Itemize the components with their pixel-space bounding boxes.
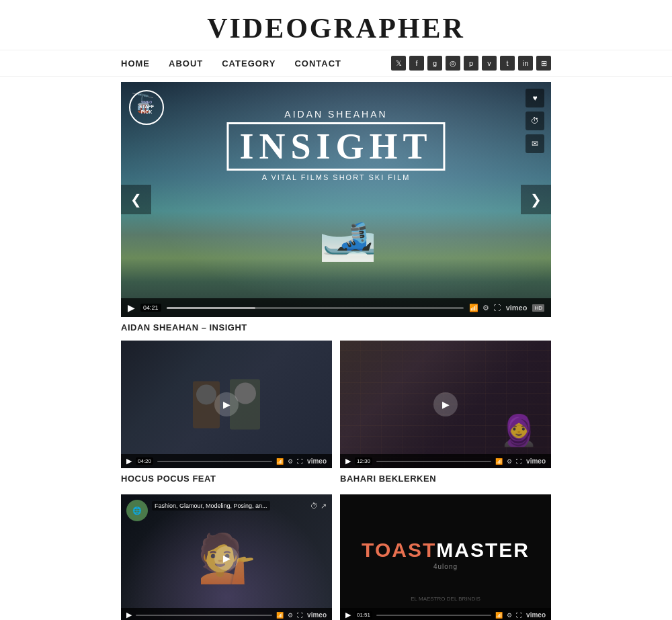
instagram-icon[interactable]: ◎ [446,56,460,71]
toast-text-1: TOAST [362,539,436,561]
video-thumb-1[interactable]: ▶ ▶ 04:20 📶 ⚙ ⛶ vimeo [121,341,332,468]
share-icon[interactable]: ↗ [321,502,327,511]
progress-bar-2[interactable] [376,461,491,462]
video-controls-bar: ▶ 04:21 📶 ⚙ ⛶ vimeo HD [121,298,551,317]
director-name: AIDAN SHEAHAN [226,109,445,120]
film-title: INSIGHT [226,122,445,171]
featured-video: 🚡 🎿 vimeo STAFF PICK AIDAN SHEAHAN INSIG… [121,82,551,335]
video-card-2: 🧕 ▶ ▶ 12:30 📶 ⚙ ⛶ vimeo BAHARI BEKLERKEN [340,341,551,486]
fullscreen-2[interactable]: ⛶ [516,458,522,465]
nav-category[interactable]: CATEGORY [222,58,276,69]
fullscreen-3[interactable]: ⛶ [297,612,303,619]
nav-links: HOME ABOUT CATEGORY CONTACT [121,58,341,69]
featured-caption: AIDAN SHEAHAN – INSIGHT [121,317,551,335]
facebook-icon[interactable]: f [409,56,424,71]
site-header: VIDEOGRAPHER [0,0,672,50]
vimeo-logo-1: vimeo [307,457,327,465]
site-title: VIDEOGRAPHER [0,12,672,44]
settings-3[interactable]: ⚙ [288,612,293,619]
video-controls-4: ▶ 01:51 📶 ⚙ ⛶ vimeo [340,608,551,620]
globe-icon: 🌐 [126,500,148,521]
like-button[interactable]: ♥ [526,89,544,107]
progress-bar[interactable] [167,307,464,309]
control-icons: 📶 ⚙ ⛶ [469,304,501,312]
video-controls-1: ▶ 04:20 📶 ⚙ ⛶ vimeo [121,454,332,468]
main-content: 🚡 🎿 vimeo STAFF PICK AIDAN SHEAHAN INSIG… [0,82,672,620]
video-thumb-3[interactable]: 💁 🌐 Fashion, Glamour, Modeling, Posing, … [121,494,332,620]
video-title-overlay: AIDAN SHEAHAN INSIGHT A VITAL FILMS SHOR… [226,109,445,181]
film-subtitle: A VITAL FILMS SHORT SKI FILM [226,173,445,181]
time-badge-1: 04:20 [136,457,153,465]
progress-bar-4[interactable] [376,615,491,616]
play-btn-3[interactable]: ▶ [126,611,132,619]
video-controls-2: ▶ 12:30 📶 ⚙ ⛶ vimeo [340,454,551,468]
settings-1[interactable]: ⚙ [288,458,293,465]
caption-2: BAHARI BEKLERKEN [340,468,551,486]
caption-1: HOCUS POCUS FEAT [121,468,332,486]
next-button[interactable]: ❯ [521,185,551,214]
play-button[interactable]: ▶ [128,302,135,313]
rss-icon[interactable]: ⊞ [536,56,551,71]
vimeo-logo-3: vimeo [307,611,327,619]
video-thumb-4[interactable]: TOASTMASTER 4ulong EL MAESTRO DEL BRINDI… [340,494,551,620]
featured-video-wrapper[interactable]: 🚡 🎿 vimeo STAFF PICK AIDAN SHEAHAN INSIG… [121,82,551,317]
video-title-text: Fashion, Glamour, Modeling, Posing, an..… [152,501,270,511]
volume-2[interactable]: 📶 [495,458,503,465]
play-btn-2[interactable]: ▶ [345,457,351,466]
volume-1[interactable]: 📶 [276,458,284,465]
time-badge: 04:21 [140,304,161,312]
vimeo-actions: ♥ ⏱ ✉ [526,89,544,153]
watchlater-button[interactable]: ⏱ [526,112,544,130]
vimeo-icon[interactable]: v [482,56,497,71]
video-overlay: vimeo STAFF PICK AIDAN SHEAHAN INSIGHT A… [121,82,551,317]
toast-subtitle: 4ulong [362,563,530,570]
play-btn-4[interactable]: ▶ [345,611,351,619]
video-card-1: ▶ ▶ 04:20 📶 ⚙ ⛶ vimeo HOCUS POCUS FEAT [121,341,332,486]
settings-4[interactable]: ⚙ [507,612,512,619]
volume-icon[interactable]: 📶 [469,304,478,312]
play-overlay-2[interactable]: ▶ [433,392,458,416]
time-badge-2: 12:30 [355,457,372,465]
vimeo-logo-2: vimeo [526,457,546,465]
prev-button[interactable]: ❮ [121,185,151,214]
volume-4[interactable]: 📶 [495,612,503,619]
el-maestro-text: EL MAESTRO DEL BRINDIS [411,596,480,602]
main-nav: HOME ABOUT CATEGORY CONTACT 𝕏 f g ◎ p v … [0,50,672,77]
nav-about[interactable]: ABOUT [169,58,203,69]
progress-bar-3[interactable] [136,615,272,616]
tumblr-icon[interactable]: t [500,56,515,71]
settings-2[interactable]: ⚙ [507,458,512,465]
vimeo-logo: vimeo [506,304,528,312]
video-card-4: TOASTMASTER 4ulong EL MAESTRO DEL BRINDI… [340,494,551,620]
twitter-icon[interactable]: 𝕏 [391,56,406,71]
master-text: MASTER [436,539,530,561]
settings-icon[interactable]: ⚙ [482,304,489,312]
fullscreen-icon[interactable]: ⛶ [493,304,501,312]
googleplus-icon[interactable]: g [427,56,442,71]
share-button[interactable]: ✉ [526,134,544,153]
progress-fill [167,307,256,309]
video-controls-3: ▶ 📶 ⚙ ⛶ vimeo [121,608,332,620]
volume-3[interactable]: 📶 [276,612,284,619]
time-badge-4: 01:51 [355,611,372,619]
vimeo-logo-4: vimeo [526,611,546,619]
play-overlay-1[interactable]: ▶ [214,392,239,416]
clock-icon[interactable]: ⏱ [310,502,318,511]
toastmaster-title-area: TOASTMASTER 4ulong [362,540,530,570]
play-btn-1[interactable]: ▶ [126,457,132,466]
nav-contact[interactable]: CONTACT [294,58,341,69]
social-icons: 𝕏 f g ◎ p v t in ⊞ [391,56,551,71]
video-thumb-2[interactable]: 🧕 ▶ ▶ 12:30 📶 ⚙ ⛶ vimeo [340,341,551,468]
staff-pick-badge: vimeo STAFF PICK [129,90,164,125]
progress-bar-1[interactable] [157,461,272,462]
fullscreen-4[interactable]: ⛶ [516,612,522,619]
linkedin-icon[interactable]: in [518,56,533,71]
video-card-3: 💁 🌐 Fashion, Glamour, Modeling, Posing, … [121,494,332,620]
nav-home[interactable]: HOME [121,58,150,69]
hd-badge: HD [532,304,544,312]
pinterest-icon[interactable]: p [464,56,478,71]
play-overlay-3[interactable]: ▶ [214,546,239,570]
video-grid: ▶ ▶ 04:20 📶 ⚙ ⛶ vimeo HOCUS POCUS FEAT 🧕 [121,341,551,620]
fullscreen-1[interactable]: ⛶ [297,458,303,465]
